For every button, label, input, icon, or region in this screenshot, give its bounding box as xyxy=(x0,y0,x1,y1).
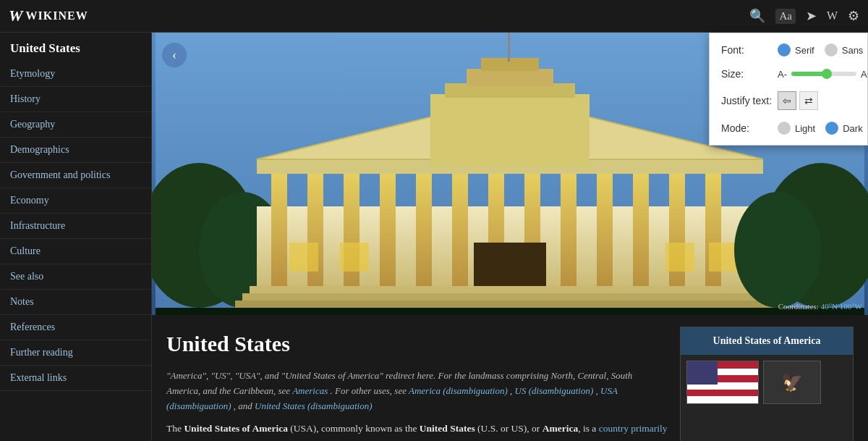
infobox: United States of America 🦅 xyxy=(680,327,854,441)
svg-rect-10 xyxy=(380,170,396,286)
font-setting-row: Font: Serif Sans xyxy=(721,43,856,56)
navbar-left: W WIKINEW xyxy=(9,7,88,25)
article-body: The United States of America (USA), comm… xyxy=(166,421,668,441)
justify-both-button[interactable]: ⇄ xyxy=(799,91,818,110)
sidebar-item-history[interactable]: History xyxy=(0,87,151,112)
sidebar-item-notes[interactable]: Notes xyxy=(0,290,151,315)
size-minus-label[interactable]: A- xyxy=(778,69,787,80)
coordinates: Coordinates: 40°N 100°W xyxy=(778,302,862,311)
flag-canton xyxy=(687,361,718,385)
sidebar: United States Etymology History Geograph… xyxy=(0,33,152,441)
font-sans-radio[interactable] xyxy=(825,43,838,56)
redirect-link-us-full-dis[interactable]: United States (disambiguation) xyxy=(255,400,373,411)
mode-setting-row: Mode: Light Dark xyxy=(721,122,856,135)
svg-point-34 xyxy=(734,192,821,308)
logo: W WIKINEW xyxy=(9,7,88,25)
sidebar-item-further-reading[interactable]: Further reading xyxy=(0,340,151,366)
svg-rect-26 xyxy=(665,243,694,272)
size-setting-row: Size: A- A+ xyxy=(721,68,856,80)
justify-left-button[interactable]: ⇦ xyxy=(778,91,796,110)
font-label: Font: xyxy=(721,44,772,56)
font-serif-label[interactable]: Serif xyxy=(795,45,814,56)
sidebar-item-demographics[interactable]: Demographics xyxy=(0,138,151,163)
bold-usa: United States of America xyxy=(184,423,288,434)
logo-w: W xyxy=(9,7,23,25)
font-serif-radio[interactable] xyxy=(778,43,791,56)
redirect-link-america-dis[interactable]: America (disambiguation) xyxy=(409,385,508,396)
mode-light-label[interactable]: Light xyxy=(795,123,815,134)
back-button[interactable]: ‹ xyxy=(162,43,187,67)
infobox-flag-emblem: 🦅 xyxy=(686,361,847,404)
svg-rect-23 xyxy=(474,243,546,286)
svg-rect-7 xyxy=(271,170,287,286)
bold-us: United States xyxy=(420,423,475,434)
article-redirect: "America", "US", "USA", and "United Stat… xyxy=(166,369,668,413)
sidebar-item-see-also[interactable]: See also xyxy=(0,264,151,290)
article-content: United States "America", "US", "USA", an… xyxy=(152,315,868,441)
redirect-text2: . For other uses, see xyxy=(331,385,409,396)
coordinates-value[interactable]: 40°N 100°W xyxy=(821,302,862,311)
infobox-body: 🦅 xyxy=(681,355,853,416)
sidebar-item-infrastructure[interactable]: Infrastructure xyxy=(0,214,151,239)
sidebar-item-external-links[interactable]: External links xyxy=(0,366,151,391)
size-control: A- A+ xyxy=(778,69,868,80)
sidebar-item-geography[interactable]: Geography xyxy=(0,112,151,138)
sidebar-item-government[interactable]: Government and politics xyxy=(0,163,151,188)
redirect-link-americas[interactable]: Americas xyxy=(292,385,328,396)
sidebar-item-economy[interactable]: Economy xyxy=(0,188,151,214)
svg-rect-25 xyxy=(340,243,369,272)
svg-rect-24 xyxy=(289,243,318,272)
font-toggle-group: Serif Sans xyxy=(778,43,863,56)
article-main: United States "America", "US", "USA", an… xyxy=(166,327,668,441)
svg-rect-32 xyxy=(508,33,510,62)
sidebar-item-culture[interactable]: Culture xyxy=(0,239,151,264)
svg-rect-30 xyxy=(467,69,553,86)
svg-rect-11 xyxy=(416,170,432,286)
text-size-icon[interactable]: Aa xyxy=(775,9,796,24)
svg-rect-16 xyxy=(597,170,613,286)
sidebar-item-etymology[interactable]: Etymology xyxy=(0,62,151,87)
justify-setting-row: Justify text: ⇦ ⇄ xyxy=(721,91,856,110)
logo-text: WIKINEW xyxy=(26,9,88,22)
size-label: Size: xyxy=(721,68,772,80)
size-plus-label[interactable]: A+ xyxy=(861,69,868,80)
share-icon[interactable]: ➤ xyxy=(806,8,817,24)
mode-dark-radio[interactable] xyxy=(825,122,838,135)
justify-group: ⇦ ⇄ xyxy=(778,91,818,110)
navbar: W WIKINEW 🔍 Aa ➤ W ⚙ xyxy=(0,0,868,33)
settings-popup: Font: Serif Sans Size: A- A+ Justify tex… xyxy=(709,33,868,146)
svg-rect-35 xyxy=(156,308,864,315)
svg-rect-15 xyxy=(561,170,576,286)
svg-rect-28 xyxy=(430,94,590,167)
emblem-image: 🦅 xyxy=(763,361,821,404)
search-icon[interactable]: 🔍 xyxy=(749,8,765,24)
mode-label: Mode: xyxy=(721,122,772,134)
svg-rect-27 xyxy=(709,243,738,272)
size-slider[interactable] xyxy=(791,72,856,76)
redirect-text5: , and xyxy=(234,400,255,411)
mode-dark-label[interactable]: Dark xyxy=(843,123,862,134)
mode-toggle-group: Light Dark xyxy=(778,122,863,135)
sidebar-item-references[interactable]: References xyxy=(0,315,151,340)
coordinates-label: Coordinates: xyxy=(778,302,819,311)
justify-label: Justify text: xyxy=(721,95,772,106)
navbar-right: 🔍 Aa ➤ W ⚙ xyxy=(749,8,859,24)
mode-light-radio[interactable] xyxy=(778,122,791,135)
sidebar-article-title: United States xyxy=(0,33,151,62)
flag-image xyxy=(686,361,759,404)
svg-rect-17 xyxy=(633,170,649,286)
font-sans-label[interactable]: Sans xyxy=(842,45,864,56)
settings-icon[interactable]: ⚙ xyxy=(848,8,859,24)
infobox-title: United States of America xyxy=(681,327,853,355)
svg-rect-12 xyxy=(452,170,468,286)
redirect-link-us-dis[interactable]: US (disambiguation) xyxy=(515,385,594,396)
wikipedia-icon[interactable]: W xyxy=(827,9,838,22)
article-title: United States xyxy=(166,327,668,361)
bold-america: America xyxy=(542,423,578,434)
